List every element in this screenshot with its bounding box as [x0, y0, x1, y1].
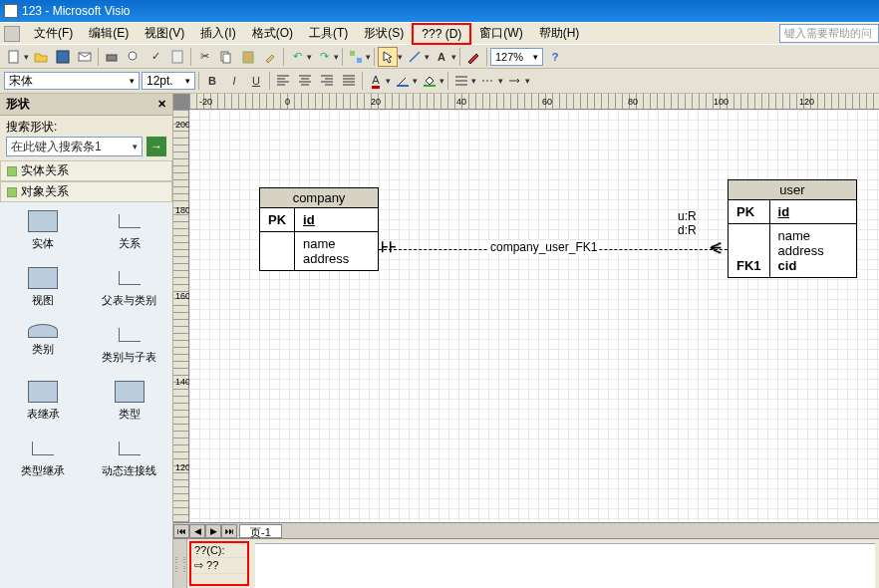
- category-entity-relation[interactable]: 实体关系: [0, 160, 172, 181]
- line-ends-button[interactable]: [505, 71, 525, 91]
- stencil-table-inherit[interactable]: 表继承: [0, 373, 87, 430]
- format-painter-button[interactable]: [260, 47, 280, 67]
- stencil-parent-category[interactable]: 父表与类别: [87, 259, 173, 316]
- stencil-category[interactable]: 类别: [0, 316, 87, 373]
- stencil-type-inherit[interactable]: 类型继承: [0, 430, 87, 486]
- spell-button[interactable]: ✓: [146, 47, 165, 67]
- next-page-button[interactable]: ▶: [205, 524, 221, 538]
- drawing-page[interactable]: company PK id name address: [189, 110, 879, 522]
- prev-page-button[interactable]: ◀: [189, 524, 205, 538]
- svg-rect-12: [424, 85, 436, 87]
- align-justify-icon: [342, 74, 356, 88]
- svg-rect-7: [223, 54, 230, 63]
- ink-button[interactable]: [463, 47, 483, 67]
- standard-toolbar: ▾ ✓ ✂ ↶▾ ↷▾ ▾ ▾ ▾ A▾ 127%▾ ?: [0, 44, 879, 69]
- line-color-button[interactable]: [393, 71, 413, 91]
- output-body: [255, 543, 875, 588]
- connector-tool-button[interactable]: [405, 47, 425, 67]
- open-button[interactable]: [31, 47, 51, 67]
- help-button[interactable]: ?: [545, 47, 565, 67]
- align-justify-button[interactable]: [339, 71, 359, 91]
- menu-shapes[interactable]: 形状(S): [356, 23, 412, 44]
- font-selector[interactable]: 宋体▾: [4, 72, 140, 90]
- entity-user-field-address: address: [778, 243, 848, 258]
- menu-database[interactable]: ??? (D): [412, 23, 471, 45]
- menu-help[interactable]: 帮助(H): [531, 23, 588, 44]
- preview-icon: [127, 50, 141, 64]
- line-weight-button[interactable]: [451, 71, 471, 91]
- line-weight-icon: [454, 74, 468, 88]
- sidebar-close-icon[interactable]: ✕: [157, 98, 166, 111]
- paste-icon: [241, 50, 255, 64]
- format-toolbar: 宋体▾ 12pt.▾ B I U A▾ ▾ ▾ ▾ ▾ ▾: [0, 69, 879, 94]
- pointer-icon: [381, 50, 395, 64]
- entity-company[interactable]: company PK id name address: [259, 187, 379, 271]
- menu-view[interactable]: 视图(V): [137, 23, 192, 44]
- menu-insert[interactable]: 插入(I): [192, 23, 243, 44]
- undo-button[interactable]: ↶: [287, 47, 307, 67]
- stencil-entity[interactable]: 实体: [0, 202, 87, 259]
- copy-icon: [219, 50, 233, 64]
- book-icon: [170, 50, 184, 64]
- cut-button[interactable]: ✂: [194, 47, 214, 67]
- svg-rect-11: [397, 85, 409, 87]
- fill-color-button[interactable]: [420, 71, 440, 91]
- email-button[interactable]: [75, 47, 95, 67]
- help-search-input[interactable]: 键入需要帮助的问: [779, 24, 879, 43]
- print-button[interactable]: [102, 47, 122, 67]
- shape-search-input[interactable]: 在此键入搜索条1▾: [6, 137, 143, 156]
- connector-icon: [408, 50, 422, 64]
- copy-button[interactable]: [216, 47, 236, 67]
- entity-user[interactable]: user PK FK1 id name address cid: [728, 179, 857, 278]
- research-button[interactable]: [167, 47, 187, 67]
- svg-point-4: [129, 52, 137, 60]
- stencil-category-child[interactable]: 类别与子表: [87, 316, 173, 373]
- error-line-2: ⇨ ??: [191, 558, 247, 574]
- error-box[interactable]: ??(C): ⇨ ??: [189, 541, 249, 586]
- font-color-button[interactable]: A: [366, 71, 386, 91]
- stencil-view[interactable]: 视图: [0, 259, 87, 316]
- menu-format[interactable]: 格式(O): [244, 23, 301, 44]
- menu-bar: 文件(F) 编辑(E) 视图(V) 插入(I) 格式(O) 工具(T) 形状(S…: [0, 22, 879, 44]
- cardinality-many-icon: ⪪: [708, 237, 726, 258]
- new-button[interactable]: [4, 47, 24, 67]
- canvas-area: -20 0 20 40 60 80 100 120 200 180 160 14…: [173, 94, 879, 588]
- search-go-button[interactable]: →: [146, 137, 166, 156]
- menu-window[interactable]: 窗口(W): [471, 23, 530, 44]
- redo-button[interactable]: ↷: [314, 47, 334, 67]
- entity-user-fk-label: FK1: [736, 258, 761, 273]
- zoom-input[interactable]: 127%▾: [490, 48, 543, 66]
- text-tool-button[interactable]: A: [432, 47, 451, 67]
- menu-edit[interactable]: 编辑(E): [81, 23, 137, 44]
- save-button[interactable]: [53, 47, 73, 67]
- bold-button[interactable]: B: [202, 71, 222, 91]
- main-area: 形状 ✕ 搜索形状: 在此键入搜索条1▾ → 实体关系 对象关系 实体 关系 视…: [0, 94, 879, 588]
- pointer-tool-button[interactable]: [378, 47, 398, 67]
- align-right-icon: [320, 74, 334, 88]
- menu-tools[interactable]: 工具(T): [301, 23, 356, 44]
- stencil-dynamic-connector[interactable]: 动态连接线: [87, 430, 173, 486]
- category-object-relation[interactable]: 对象关系: [0, 181, 172, 202]
- underline-button[interactable]: U: [246, 71, 266, 91]
- italic-button[interactable]: I: [224, 71, 244, 91]
- font-size-selector[interactable]: 12pt.▾: [142, 72, 195, 90]
- align-right-button[interactable]: [317, 71, 337, 91]
- preview-button[interactable]: [124, 47, 144, 67]
- page-tab-1[interactable]: 页-1: [239, 524, 282, 538]
- first-page-button[interactable]: ⏮: [173, 524, 189, 538]
- align-center-button[interactable]: [295, 71, 315, 91]
- panel-handle[interactable]: ⋮⋮⋮⋮: [173, 539, 187, 588]
- paste-button[interactable]: [238, 47, 258, 67]
- stencil-type[interactable]: 类型: [87, 373, 173, 430]
- last-page-button[interactable]: ⏭: [221, 524, 237, 538]
- stencil-relation[interactable]: 关系: [87, 202, 173, 259]
- menu-file[interactable]: 文件(F): [26, 23, 81, 44]
- stencil-button[interactable]: [346, 47, 366, 67]
- entity-user-pk-field: id: [770, 200, 856, 223]
- arrow-icon: [508, 74, 522, 88]
- line-pattern-button[interactable]: [478, 71, 498, 91]
- print-icon: [105, 50, 119, 64]
- align-left-button[interactable]: [273, 71, 293, 91]
- save-icon: [56, 50, 70, 64]
- title-bar: 123 - Microsoft Visio: [0, 0, 879, 22]
